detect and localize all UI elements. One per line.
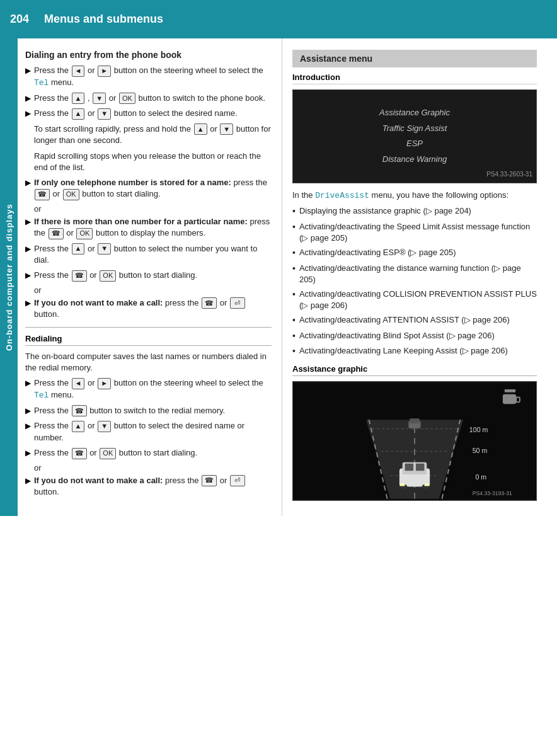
list-item: ▶ Press the ☎ or OK button to start dial… — [25, 270, 272, 282]
phone-end-button[interactable]: ☎ — [202, 475, 217, 486]
intro-paragraph: In the DriveAssist menu, you have the fo… — [292, 190, 537, 202]
option-text: Activating/deactivating Blind Spot Assis… — [299, 330, 495, 341]
bullet-arrow-icon: ▶ — [25, 476, 32, 486]
left-arrow-button[interactable]: ◄ — [72, 378, 85, 389]
bullet-content: Press the ◄ or ► button on the steering … — [34, 65, 272, 89]
assistance-graphic-title: Assistance graphic — [292, 364, 537, 376]
bullet-arrow-icon: ▶ — [25, 66, 32, 76]
bullet-arrow-icon: ▶ — [25, 244, 32, 255]
down-arrow-button[interactable]: ▼ — [98, 243, 111, 255]
redialing-intro: The on-board computer saves the last nam… — [25, 351, 272, 374]
up-arrow-button[interactable]: ▲ — [72, 243, 85, 255]
bullet-arrow-icon: ▶ — [25, 270, 32, 281]
or-separator: or — [34, 463, 272, 472]
svg-rect-21 — [503, 394, 516, 404]
redialing-title: Redialing — [25, 334, 272, 346]
list-item: ▶ Press the ▲ , ▼ or OK button to switch… — [25, 93, 272, 105]
dot-icon: • — [292, 205, 296, 218]
tel-menu-label: Tel — [34, 78, 49, 88]
dot-icon: • — [292, 289, 296, 301]
phone-end-button[interactable]: ☎ — [202, 297, 217, 309]
dot-icon: • — [292, 263, 296, 275]
list-item: • Activating/deactivating Lane Keeping A… — [292, 345, 537, 358]
main-content: On-board computer and displays Dialing a… — [0, 38, 557, 516]
up-arrow-button[interactable]: ▲ — [194, 123, 207, 135]
list-item: • Activating/deactivating ATTENTION ASSI… — [292, 314, 537, 327]
scroll-note: To start scrolling rapidly, press and ho… — [34, 123, 272, 147]
header-bar: 204 Menus and submenus — [0, 0, 557, 38]
list-item: ▶ Press the ◄ or ► button on the steerin… — [25, 65, 272, 89]
svg-rect-18 — [424, 484, 429, 486]
graphic-line2: Traffic Sign Assist — [303, 121, 526, 137]
bullet-content: Press the ▲ or ▼ button to select the de… — [34, 108, 272, 120]
bullet-arrow-icon: ▶ — [25, 421, 32, 432]
down-arrow-button[interactable]: ▼ — [98, 421, 111, 432]
down-arrow-button[interactable]: ▼ — [98, 108, 111, 120]
dot-icon: • — [292, 345, 296, 358]
list-item: ▶ If you do not want to make a call: pre… — [25, 297, 272, 321]
down-arrow-button[interactable]: ▼ — [93, 93, 106, 104]
svg-rect-20 — [410, 418, 419, 423]
list-item: • Activating/deactivating COLLISION PREV… — [292, 289, 537, 311]
ok-button[interactable]: OK — [63, 189, 79, 200]
phone-button[interactable]: ☎ — [72, 270, 87, 282]
section-dialing-title: Dialing an entry from the phone book — [25, 50, 272, 60]
svg-rect-23 — [505, 389, 515, 392]
right-arrow-button[interactable]: ► — [98, 66, 111, 77]
list-item: • Activating/deactivating the Speed Limi… — [292, 221, 537, 244]
list-item: ▶ Press the ▲ or ▼ button to select the … — [25, 108, 272, 120]
ok-button[interactable]: OK — [100, 448, 116, 459]
assistance-menu-header: Assistance menu — [292, 50, 537, 67]
bullet-arrow-icon: ▶ — [25, 93, 32, 104]
back-button[interactable]: ⏎ — [230, 297, 245, 309]
phone-button[interactable]: ☎ — [49, 228, 64, 239]
ok-button[interactable]: OK — [100, 270, 116, 282]
svg-rect-14 — [416, 464, 425, 471]
option-text: Displaying the assistance graphic (▷ pag… — [299, 205, 471, 217]
svg-text:50 m: 50 m — [473, 447, 488, 454]
phone-button[interactable]: ☎ — [35, 189, 50, 200]
section-divider — [25, 327, 272, 328]
back-button[interactable]: ⏎ — [230, 475, 245, 486]
list-item: ▶ Press the ◄ or ► button on the steerin… — [25, 377, 272, 401]
bullet-arrow-icon: ▶ — [25, 406, 32, 416]
condition-label: If you do not want to make a call: — [34, 476, 163, 485]
bullet-arrow-icon: ▶ — [25, 378, 32, 389]
dot-icon: • — [292, 247, 296, 260]
option-text: Activating/deactivating ESP® (▷ page 205… — [299, 247, 456, 258]
bullet-content: If you do not want to make a call: press… — [34, 297, 272, 321]
phone-button[interactable]: ☎ — [72, 448, 87, 459]
svg-rect-13 — [405, 464, 414, 471]
option-text: Activating/deactivating the distance war… — [299, 263, 537, 285]
bullet-content: Press the ▲ , ▼ or OK button to switch t… — [34, 93, 272, 105]
scroll-stop-note: Rapid scrolling stops when you release t… — [34, 151, 272, 173]
graphic-line4: Distance Warning — [303, 152, 526, 168]
assistance-graphic-image: Assistance Graphic Traffic Sign Assist E… — [292, 89, 537, 183]
bullet-arrow-icon: ▶ — [25, 448, 32, 459]
left-arrow-button[interactable]: ◄ — [72, 66, 85, 77]
svg-text:100 m: 100 m — [469, 426, 488, 433]
graphic-line1: Assistance Graphic — [303, 105, 526, 121]
phone-button[interactable]: ☎ — [72, 405, 87, 416]
ok-button[interactable]: OK — [119, 93, 135, 104]
option-text: Activating/deactivating the Speed Limit … — [299, 221, 537, 244]
svg-text:0 m: 0 m — [476, 473, 487, 481]
driveassist-label: DriveAssist — [315, 191, 369, 200]
up-arrow-button[interactable]: ▲ — [72, 108, 85, 120]
option-text: Activating/deactivating Lane Keeping Ass… — [299, 345, 508, 357]
bullet-arrow-icon: ▶ — [25, 108, 32, 119]
down-arrow-button[interactable]: ▼ — [220, 123, 233, 135]
ok-button[interactable]: OK — [76, 228, 93, 239]
introduction-title: Introduction — [292, 72, 537, 84]
right-arrow-button[interactable]: ► — [98, 378, 111, 389]
or-separator: or — [34, 285, 272, 295]
up-arrow-button[interactable]: ▲ — [72, 421, 85, 432]
image-caption: PS4.33-2603-31 — [486, 168, 532, 180]
right-column: Assistance menu Introduction Assistance … — [282, 38, 547, 516]
option-text: Activating/deactivating ATTENTION ASSIST… — [299, 314, 510, 326]
bullet-content: Press the ☎ or OK button to start dialin… — [34, 270, 272, 282]
bullet-content: Press the ▲ or ▼ button to select the de… — [34, 420, 272, 444]
tel-menu-label: Tel — [34, 391, 49, 400]
up-arrow-button[interactable]: ▲ — [72, 93, 85, 104]
list-item: ▶ If only one telephone number is stored… — [25, 177, 272, 200]
